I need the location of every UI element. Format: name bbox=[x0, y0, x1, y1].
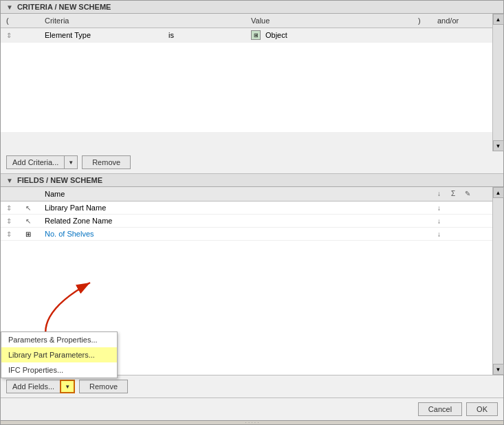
grid-icon-3: ⊞ bbox=[23, 230, 42, 239]
scroll-up-arrow[interactable]: ▲ bbox=[493, 14, 504, 25]
fields-row-zone[interactable]: ⇕ ↖ Related Zone Name ↓ bbox=[1, 215, 492, 228]
fields-row-handle-1[interactable]: ⇕ bbox=[3, 204, 23, 212]
field-library-sort: ↓ bbox=[435, 204, 448, 212]
criteria-row[interactable]: ⇕ Element Type is ⊞ Object bbox=[1, 28, 492, 43]
ok-button[interactable]: OK bbox=[466, 402, 498, 416]
bottom-resize-handle[interactable]: · · · · · bbox=[1, 420, 503, 424]
remove-fields-button[interactable]: Remove bbox=[79, 380, 128, 393]
pointer-icon-1: ↖ bbox=[23, 204, 42, 212]
fields-table-header: Name ↓ Σ ✎ bbox=[1, 187, 492, 201]
criteria-operator: is bbox=[166, 30, 248, 40]
criteria-section: ▼ CRITERIA / NEW SCHEME ( Criteria Value… bbox=[1, 1, 503, 174]
remove-criteria-button[interactable]: Remove bbox=[82, 155, 131, 169]
field-library-part-name: Library Part Name bbox=[42, 203, 435, 212]
fields-buttons-area: Add Fields... ▼ Remove Parameters & Prop… bbox=[1, 375, 503, 397]
criteria-value: ⊞ Object bbox=[248, 30, 415, 41]
criteria-buttons-area: Add Criteria... ▼ Remove bbox=[1, 151, 503, 174]
dropdown-item-library-params[interactable]: Library Part Parameters... bbox=[1, 347, 117, 362]
scroll-down-arrow[interactable]: ▼ bbox=[493, 140, 504, 151]
fields-section-title: FIELDS / NEW SCHEME bbox=[17, 176, 102, 184]
object-type-icon: ⊞ bbox=[251, 30, 261, 40]
field-related-zone-name: Related Zone Name bbox=[42, 216, 435, 226]
fields-section: ▼ FIELDS / NEW SCHEME Name ↓ Σ ✎ bbox=[1, 174, 503, 397]
criteria-scrollbar[interactable]: ▲ ▼ bbox=[492, 14, 503, 151]
fields-header-edit: ✎ bbox=[462, 189, 476, 199]
criteria-section-header: ▼ CRITERIA / NEW SCHEME bbox=[1, 1, 503, 14]
criteria-collapse-arrow[interactable]: ▼ bbox=[6, 3, 13, 11]
fields-row-handle-3[interactable]: ⇕ bbox=[3, 230, 23, 239]
fields-scroll-up[interactable]: ▲ bbox=[493, 187, 504, 198]
fields-header-sum: Σ bbox=[448, 189, 462, 199]
add-criteria-button[interactable]: Add Criteria... bbox=[6, 155, 64, 169]
add-fields-group: Add Fields... ▼ bbox=[6, 380, 75, 393]
fields-row-shelves[interactable]: ⇕ ⊞ No. of Shelves ↓ bbox=[1, 228, 492, 241]
header-value: Value bbox=[248, 16, 415, 25]
field-no-of-shelves: No. of Shelves bbox=[42, 229, 435, 239]
dropdown-item-ifc[interactable]: IFC Properties... bbox=[1, 362, 117, 378]
cancel-button[interactable]: Cancel bbox=[418, 402, 462, 416]
dropdown-item-parameters[interactable]: Parameters & Properties... bbox=[1, 332, 117, 347]
header-criteria: Criteria bbox=[42, 16, 166, 25]
pointer-icon-2: ↖ bbox=[23, 217, 42, 226]
field-zone-sort: ↓ bbox=[435, 217, 448, 226]
header-and-or: and/or bbox=[435, 16, 476, 25]
add-fields-dropdown: Parameters & Properties... Library Part … bbox=[1, 331, 118, 378]
fields-header-name: Name bbox=[42, 189, 435, 199]
criteria-section-title: CRITERIA / NEW SCHEME bbox=[17, 3, 111, 11]
fields-header-sort: ↓ bbox=[435, 189, 448, 199]
fields-row-handle-2[interactable]: ⇕ bbox=[3, 217, 23, 226]
fields-section-header: ▼ FIELDS / NEW SCHEME bbox=[1, 174, 503, 187]
criteria-table-header: ( Criteria Value ) and/or bbox=[1, 14, 492, 28]
header-close-paren: ) bbox=[415, 16, 435, 25]
fields-row-library[interactable]: ⇕ ↖ Library Part Name ↓ bbox=[1, 201, 492, 215]
add-criteria-dropdown-arrow[interactable]: ▼ bbox=[64, 155, 78, 169]
add-criteria-group: Add Criteria... ▼ bbox=[6, 155, 78, 169]
bottom-buttons-area: Cancel OK bbox=[1, 397, 503, 420]
fields-scroll-down[interactable]: ▼ bbox=[493, 364, 504, 375]
header-open-paren: ( bbox=[3, 16, 23, 25]
resize-dots: · · · · · bbox=[245, 419, 259, 425]
row-move-handle[interactable]: ⇕ bbox=[3, 31, 23, 40]
criteria-value-text: Object bbox=[263, 30, 290, 40]
criteria-element-type: Element Type bbox=[42, 30, 166, 40]
field-shelves-sort: ↓ bbox=[435, 230, 448, 239]
add-fields-button[interactable]: Add Fields... bbox=[6, 380, 60, 393]
fields-collapse-arrow[interactable]: ▼ bbox=[6, 177, 13, 184]
add-fields-dropdown-arrow[interactable]: ▼ bbox=[60, 380, 75, 393]
fields-scrollbar[interactable]: ▲ ▼ bbox=[492, 187, 503, 375]
